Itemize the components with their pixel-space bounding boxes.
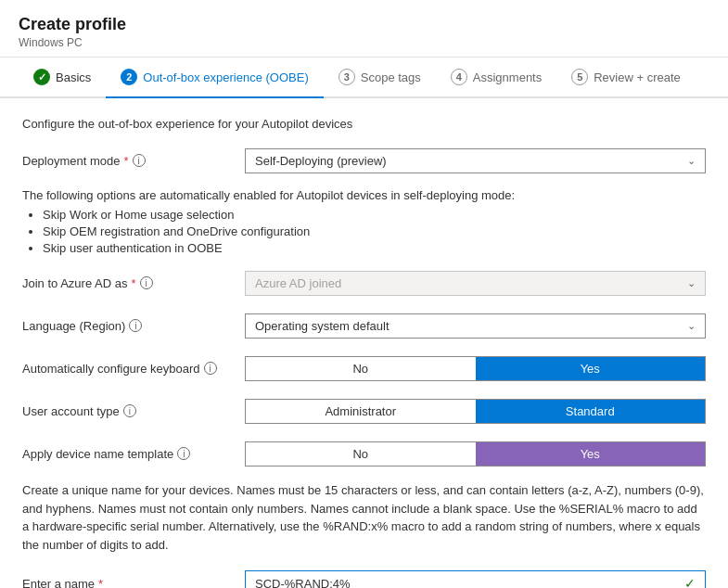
enter-name-control: ✓ [245, 570, 706, 588]
autopilot-info-block: The following options are automatically … [22, 188, 706, 255]
enter-name-input-wrapper: ✓ [245, 570, 706, 588]
bullet-1: Skip Work or Home usage selection [43, 208, 706, 222]
device-name-yes-option[interactable]: Yes [476, 442, 706, 466]
keyboard-yes-option[interactable]: Yes [476, 357, 706, 380]
enter-name-check-icon: ✓ [684, 576, 696, 588]
user-account-admin-option[interactable]: Administrator [246, 400, 476, 423]
page-title: Create profile [19, 15, 709, 34]
deployment-dropdown-arrow: ⌄ [687, 155, 696, 167]
language-info-icon[interactable]: i [129, 319, 142, 332]
keyboard-label: Automatically configure keyboard i [22, 362, 245, 376]
user-account-control: Administrator Standard [245, 399, 706, 424]
autopilot-bullets: Skip Work or Home usage selection Skip O… [43, 208, 706, 255]
autopilot-intro: The following options are automatically … [22, 188, 706, 202]
keyboard-no-option[interactable]: No [246, 357, 476, 380]
bullet-3: Skip user authentication in OOBE [43, 241, 706, 255]
tab-scope-num: 3 [338, 69, 355, 85]
join-azure-value: Azure AD joined [255, 276, 341, 290]
join-azure-required-star: * [131, 276, 135, 290]
device-name-description: Create a unique name for your devices. N… [22, 481, 706, 554]
main-content: Configure the out-of-box experience for … [0, 98, 728, 588]
tab-review-num: 5 [571, 69, 588, 85]
device-name-template-label: Apply device name template i [22, 447, 245, 461]
device-name-template-row: Apply device name template i No Yes [22, 439, 706, 468]
enter-name-row: Enter a name * ✓ [22, 569, 706, 588]
join-azure-dropdown-arrow: ⌄ [687, 277, 696, 289]
user-account-info-icon[interactable]: i [123, 404, 136, 417]
device-name-template-toggle-group: No Yes [245, 441, 706, 467]
tab-assignments-num: 4 [451, 69, 467, 85]
enter-name-input[interactable] [255, 577, 679, 589]
section-description: Configure the out-of-box experience for … [22, 117, 706, 131]
tab-review[interactable]: 5 Review + create [556, 58, 696, 96]
tab-basics-num: ✓ [33, 69, 50, 85]
deployment-mode-label: Deployment mode * i [22, 154, 245, 168]
join-azure-dropdown: Azure AD joined ⌄ [245, 271, 706, 296]
page-subtitle: Windows PC [19, 36, 709, 49]
language-control: Operating system default ⌄ [245, 313, 706, 339]
user-account-toggle-group: Administrator Standard [245, 399, 706, 424]
user-account-standard-option[interactable]: Standard [476, 400, 706, 423]
device-name-template-control: No Yes [245, 441, 706, 467]
language-label: Language (Region) i [22, 319, 245, 333]
deployment-mode-dropdown[interactable]: Self-Deploying (preview) ⌄ [245, 148, 706, 173]
language-row: Language (Region) i Operating system def… [22, 311, 706, 340]
join-azure-info-icon[interactable]: i [140, 276, 153, 289]
keyboard-toggle-group: No Yes [245, 356, 706, 381]
tab-oobe-num: 2 [121, 69, 137, 85]
deployment-mode-value: Self-Deploying (preview) [255, 154, 387, 168]
tab-basics[interactable]: ✓ Basics [19, 58, 106, 96]
keyboard-control: No Yes [245, 356, 706, 381]
join-azure-row: Join to Azure AD as * i Azure AD joined … [22, 268, 706, 298]
tab-scope-label: Scope tags [361, 70, 421, 84]
tab-review-label: Review + create [594, 70, 681, 84]
wizard-tabs: ✓ Basics 2 Out-of-box experience (OOBE) … [0, 58, 728, 98]
tab-assignments-label: Assignments [473, 70, 542, 84]
user-account-row: User account type i Administrator Standa… [22, 396, 706, 426]
bullet-2: Skip OEM registration and OneDrive confi… [43, 224, 706, 238]
user-account-label: User account type i [22, 404, 245, 418]
deployment-mode-row: Deployment mode * i Self-Deploying (prev… [22, 146, 706, 175]
page-header: Create profile Windows PC [0, 0, 728, 58]
join-azure-label: Join to Azure AD as * i [22, 276, 245, 290]
tab-basics-label: Basics [56, 70, 91, 84]
language-dropdown[interactable]: Operating system default ⌄ [245, 313, 706, 339]
tab-oobe-label: Out-of-box experience (OOBE) [143, 70, 308, 84]
tab-scope[interactable]: 3 Scope tags [324, 58, 436, 96]
language-value: Operating system default [255, 319, 390, 333]
enter-name-required-star: * [98, 577, 103, 589]
device-name-no-option[interactable]: No [246, 442, 476, 466]
deployment-required-star: * [124, 154, 129, 168]
device-name-template-info-icon[interactable]: i [177, 447, 190, 460]
deployment-mode-control: Self-Deploying (preview) ⌄ [245, 148, 706, 173]
tab-assignments[interactable]: 4 Assignments [436, 58, 556, 96]
keyboard-info-icon[interactable]: i [204, 362, 217, 375]
language-dropdown-arrow: ⌄ [687, 320, 696, 332]
keyboard-row: Automatically configure keyboard i No Ye… [22, 353, 706, 383]
deployment-info-icon[interactable]: i [133, 154, 146, 167]
join-azure-control: Azure AD joined ⌄ [245, 271, 706, 296]
tab-oobe[interactable]: 2 Out-of-box experience (OOBE) [106, 58, 323, 98]
enter-name-label: Enter a name * [22, 577, 245, 589]
